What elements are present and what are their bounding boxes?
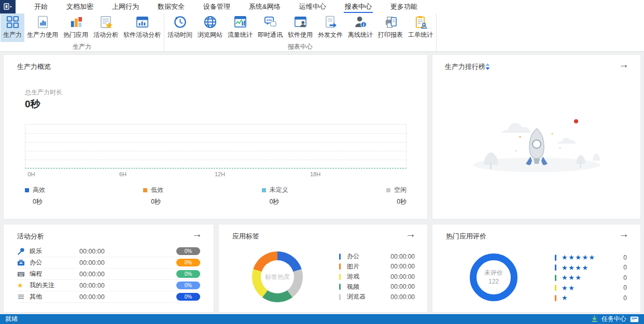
unrated-count: 122	[488, 277, 499, 286]
sort-icon[interactable]	[485, 63, 490, 70]
tag-row-video[interactable]: 视频 00:00:00	[339, 282, 415, 292]
tag-row-games[interactable]: 游戏 00:00:00	[339, 272, 415, 282]
legend-value: 0秒	[33, 198, 45, 206]
ribbon-item-label: 即时通讯	[258, 31, 283, 39]
panel-productivity-overview: 生产力概览 总生产力时长 0秒 0H 6H 12H 18H 高效 0秒 低效 0…	[3, 54, 428, 219]
activity-row-entertainment[interactable]: 娱乐 00:00:00 0%	[17, 246, 200, 257]
ribbon-item-offline-stats[interactable]: i 离线统计	[345, 13, 375, 42]
ribbon-item-outgoing-files[interactable]: 外发文件	[315, 13, 345, 42]
app-window-icon	[3, 3, 12, 11]
ribbon-item-instant-messaging[interactable]: 即时通讯	[255, 13, 285, 42]
legend-tick	[339, 274, 341, 280]
activity-row-office[interactable]: 办公 00:00:00 0%	[17, 257, 200, 269]
rating-count: 0	[623, 294, 627, 302]
main-menu: 开始 文档加密 上网行为 数据安全 设备管理 系统&网络 运维中心 报表中心 更…	[25, 0, 427, 13]
task-center-button[interactable]: 任务中心	[601, 315, 626, 323]
legend-swatch	[25, 188, 29, 192]
activity-row-my-focus[interactable]: ★ 我的关注 00:00:00 0%	[17, 280, 200, 291]
activity-rows: 娱乐 00:00:00 0% 办公 00:00:00 0% 编程 00:00:0…	[17, 246, 200, 303]
keyboard-icon	[17, 270, 25, 278]
star-rating: ★★	[562, 285, 575, 291]
legend-swatch	[143, 188, 147, 192]
legend-item-undefined: 未定义 0秒	[262, 186, 288, 206]
panel-title: 活动分析	[17, 232, 44, 241]
ribbon-item-label: 工单统计	[408, 31, 433, 39]
task-panel-icon[interactable]	[630, 316, 639, 322]
app-ratings-detail-arrow[interactable]: →	[619, 229, 629, 239]
rating-count: 0	[623, 274, 627, 281]
rating-row-1-star[interactable]: ★ 0	[555, 293, 627, 303]
menu-item-system-network[interactable]: 系统&网络	[240, 0, 290, 13]
panel-title: 应用标签	[232, 232, 259, 241]
star-rating: ★★★★	[562, 264, 589, 271]
tag-label: 图片	[347, 262, 359, 271]
tag-row-browser[interactable]: 浏览器 00:00:00	[339, 292, 415, 302]
tag-time: 00:00:00	[390, 283, 415, 290]
ribbon-group-productivity: 生产力 生产力使用 热门应用 活动分析 软件活动分析 生产力	[0, 13, 164, 51]
activity-label: 其他	[30, 292, 79, 301]
legend-item-inefficient: 低效 0秒	[143, 186, 163, 206]
menu-item-data-security[interactable]: 数据安全	[148, 0, 194, 13]
ribbon-item-label: 活动时间	[167, 31, 192, 39]
ribbon-item-label: 软件使用	[288, 31, 313, 39]
productivity-area-chart	[25, 124, 407, 168]
ribbon-item-label: 打印报表	[378, 31, 403, 39]
ribbon-group-label: 生产力	[1, 42, 163, 51]
legend-label: 空闲	[394, 186, 407, 194]
ranking-detail-arrow[interactable]: →	[619, 59, 629, 69]
rating-row-2-stars[interactable]: ★★ 0	[555, 283, 627, 293]
activity-detail-arrow[interactable]: →	[192, 229, 202, 239]
rating-row-5-stars[interactable]: ★★★★★ 0	[555, 252, 627, 263]
ribbon-item-browsed-sites[interactable]: 浏览网站	[195, 13, 225, 42]
download-arrow-icon	[591, 316, 598, 322]
ribbon-item-label: 浏览网站	[198, 31, 222, 39]
ribbon-item-label: 软件活动分析	[123, 31, 161, 39]
ribbon-item-activity-time[interactable]: 活动时间	[165, 13, 195, 42]
rating-count: 0	[623, 254, 627, 261]
printer-icon	[384, 15, 398, 29]
briefcase-icon	[17, 259, 25, 266]
menu-item-start[interactable]: 开始	[25, 0, 57, 13]
legend-tick	[339, 284, 341, 290]
ribbon-group-report-center: 活动时间 浏览网站 流量统计 即时通讯 软件使用 外发文件	[164, 13, 437, 51]
ribbon-item-productivity-usage[interactable]: 生产力使用	[24, 13, 61, 42]
activity-row-other[interactable]: 其他 00:00:00 0%	[17, 291, 200, 303]
status-bar: 就绪 任务中心	[0, 314, 644, 324]
ribbon-item-activity-analysis[interactable]: 活动分析	[91, 13, 121, 42]
ribbon-item-top-apps[interactable]: 热门应用	[61, 13, 91, 42]
legend-value: 0秒	[397, 198, 407, 206]
menu-item-doc-encryption[interactable]: 文档加密	[57, 0, 103, 13]
activity-row-programming[interactable]: 编程 00:00:00 0%	[17, 269, 200, 280]
doc-star-icon	[99, 15, 113, 29]
tag-label: 游戏	[347, 272, 359, 281]
activity-time: 00:00:00	[79, 248, 105, 255]
menu-item-report-center[interactable]: 报表中心	[335, 0, 381, 13]
ribbon-item-software-usage[interactable]: 软件使用	[285, 13, 315, 42]
app-tags-detail-arrow[interactable]: →	[405, 229, 416, 239]
ribbon-item-ticket-stats[interactable]: 工单统计	[405, 13, 436, 42]
rating-row-4-stars[interactable]: ★★★★ 0	[555, 263, 627, 273]
tag-row-pictures[interactable]: 图片 00:00:00	[339, 262, 415, 272]
menu-item-device-management[interactable]: 设备管理	[194, 0, 240, 13]
panel-title: 生产力概览	[17, 62, 51, 72]
menu-item-internet-behavior[interactable]: 上网行为	[103, 0, 148, 13]
ribbon-item-label: 生产力	[3, 31, 22, 39]
tag-label: 浏览器	[347, 292, 366, 301]
menu-item-ops-center[interactable]: 运维中心	[290, 0, 335, 13]
ribbon-item-label: 生产力使用	[27, 31, 58, 39]
star-icon: ★	[17, 282, 23, 289]
ribbon-item-traffic-stats[interactable]: 流量统计	[225, 13, 255, 42]
tag-row-office[interactable]: 办公 00:00:00	[339, 251, 415, 262]
legend-item-idle: 空闲 0秒	[386, 186, 407, 206]
chart-line-icon	[233, 15, 247, 29]
ribbon-item-software-activity-analysis[interactable]: 软件活动分析	[121, 13, 163, 42]
app-menu-button[interactable]	[0, 0, 16, 13]
ribbon-item-productivity[interactable]: 生产力	[1, 13, 24, 42]
legend-value: 0秒	[151, 198, 163, 206]
menu-item-more-features[interactable]: 更多功能	[381, 0, 427, 13]
ribbon-item-print-reports[interactable]: 打印报表	[375, 13, 405, 42]
star-rating: ★	[562, 294, 568, 301]
rating-row-3-stars[interactable]: ★★★ 0	[555, 273, 627, 283]
legend-tick	[339, 294, 341, 300]
ribbon-toolbar: 生产力 生产力使用 热门应用 活动分析 软件活动分析 生产力	[0, 13, 644, 52]
